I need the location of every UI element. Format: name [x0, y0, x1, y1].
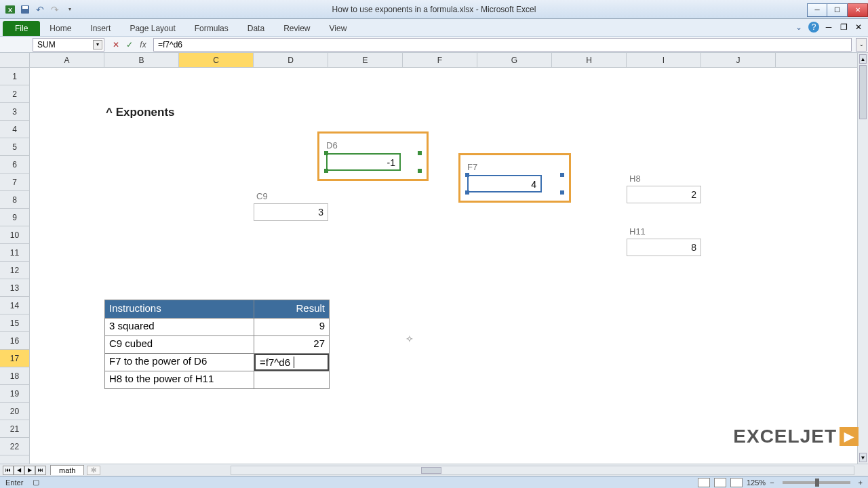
tab-data[interactable]: Data: [238, 21, 274, 36]
cell-instruction[interactable]: F7 to the power of D6: [105, 354, 254, 371]
quick-access-toolbar: X ↶ ↷ ▾: [0, 3, 76, 16]
cell-c9[interactable]: 3: [254, 203, 328, 221]
horizontal-scrollbar[interactable]: [231, 466, 854, 475]
help-icon[interactable]: ?: [808, 22, 819, 33]
cell-result[interactable]: 27: [254, 336, 329, 353]
view-layout-icon[interactable]: [714, 478, 726, 487]
zoom-in-icon[interactable]: +: [859, 479, 863, 487]
zoom-out-icon[interactable]: −: [770, 479, 774, 487]
close-button[interactable]: ✕: [848, 3, 868, 17]
col-header-h[interactable]: H: [552, 53, 627, 67]
cell-label-f7: F7: [467, 162, 562, 172]
view-normal-icon[interactable]: [698, 478, 710, 487]
row-header[interactable]: 6: [0, 156, 29, 174]
cancel-formula-icon[interactable]: ✕: [110, 39, 122, 51]
tab-nav-prev-icon[interactable]: ◀: [14, 466, 24, 475]
redo-icon[interactable]: ↷: [49, 3, 61, 16]
ribbon-min-icon[interactable]: ⌄: [793, 22, 804, 33]
row-header[interactable]: 18: [0, 367, 29, 385]
cell-result-editing[interactable]: =f7^d6: [254, 354, 329, 371]
row-header[interactable]: 12: [0, 262, 29, 279]
view-pagebreak-icon[interactable]: [730, 478, 743, 487]
col-header-i[interactable]: I: [627, 53, 701, 67]
fx-icon[interactable]: fx: [137, 39, 149, 51]
row-header[interactable]: 15: [0, 314, 29, 332]
cell-d6[interactable]: -1: [326, 153, 401, 171]
cell-result[interactable]: [254, 371, 329, 388]
minimize-button[interactable]: ─: [807, 3, 827, 17]
hscroll-thumb[interactable]: [421, 467, 441, 474]
maximize-button[interactable]: ☐: [827, 3, 848, 17]
macro-record-icon[interactable]: ▢: [33, 478, 39, 487]
formula-input[interactable]: =f7^d6: [153, 38, 852, 52]
row-header[interactable]: 2: [0, 85, 29, 103]
tab-nav-last-icon[interactable]: ⏭: [35, 466, 46, 475]
row-header[interactable]: 21: [0, 420, 29, 438]
worksheet-grid: A B C D E F G H I J 1 2 3 4 5 6 7 8 9 10…: [0, 53, 868, 464]
tab-nav-next-icon[interactable]: ▶: [24, 466, 35, 475]
cell-h11[interactable]: 8: [627, 239, 701, 256]
enter-formula-icon[interactable]: ✓: [123, 39, 136, 51]
col-header-j[interactable]: J: [701, 53, 776, 67]
row-header[interactable]: 3: [0, 103, 29, 121]
cell-f7[interactable]: 4: [467, 175, 542, 192]
cell-instruction[interactable]: C9 cubed: [105, 336, 254, 353]
watermark-logo: EXCELJET ▶: [733, 426, 859, 447]
row-header[interactable]: 5: [0, 138, 29, 156]
row-header[interactable]: 19: [0, 385, 29, 403]
window-close-icon[interactable]: ✕: [853, 22, 864, 33]
row-header[interactable]: 7: [0, 174, 29, 191]
row-header[interactable]: 8: [0, 191, 29, 209]
row-header[interactable]: 1: [0, 68, 29, 85]
name-box-dropdown-icon[interactable]: ▾: [93, 40, 102, 49]
row-header[interactable]: 22: [0, 438, 29, 455]
col-header-g[interactable]: G: [477, 53, 552, 67]
formula-bar: SUM ▾ ✕ ✓ fx =f7^d6 ⌄: [0, 37, 868, 53]
select-all-button[interactable]: [0, 53, 30, 68]
col-header-d[interactable]: D: [254, 53, 328, 67]
tab-nav-first-icon[interactable]: ⏮: [3, 466, 14, 475]
col-header-f[interactable]: F: [403, 53, 477, 67]
undo-icon[interactable]: ↶: [34, 3, 46, 16]
row-header[interactable]: 20: [0, 403, 29, 420]
qat-customize-icon[interactable]: ▾: [64, 3, 76, 16]
cell-result[interactable]: 9: [254, 319, 329, 336]
window-min-icon[interactable]: ─: [823, 22, 834, 33]
tab-insert[interactable]: Insert: [81, 21, 120, 36]
new-sheet-icon[interactable]: ✻: [87, 466, 100, 475]
vertical-scrollbar[interactable]: ▲ ▼: [857, 53, 868, 464]
row-header[interactable]: 17: [0, 350, 29, 367]
row-header[interactable]: 11: [0, 244, 29, 262]
formula-expand-icon[interactable]: ⌄: [856, 38, 867, 52]
zoom-slider[interactable]: [783, 481, 850, 484]
save-icon[interactable]: [19, 3, 31, 16]
row-header[interactable]: 4: [0, 121, 29, 138]
row-header[interactable]: 10: [0, 226, 29, 244]
col-header-a[interactable]: A: [30, 53, 104, 67]
row-header[interactable]: 13: [0, 279, 29, 297]
cell-instruction[interactable]: 3 squared: [105, 319, 254, 336]
row-header[interactable]: 16: [0, 332, 29, 350]
row-header[interactable]: 14: [0, 297, 29, 314]
watermark-arrow-icon: ▶: [840, 427, 859, 446]
tab-page-layout[interactable]: Page Layout: [120, 21, 184, 36]
tab-view[interactable]: View: [320, 21, 357, 36]
tab-home[interactable]: Home: [40, 21, 81, 36]
col-header-c[interactable]: C: [179, 53, 254, 67]
scroll-thumb[interactable]: [859, 65, 867, 119]
cells-area[interactable]: ^ Exponents D6 -1 F7 4 C9: [30, 68, 857, 464]
col-header-e[interactable]: E: [328, 53, 403, 67]
tab-review[interactable]: Review: [274, 21, 319, 36]
scroll-down-icon[interactable]: ▼: [859, 453, 867, 462]
row-header[interactable]: 9: [0, 209, 29, 226]
window-title: How to use exponents in a formula.xlsx -…: [332, 5, 536, 14]
tab-file[interactable]: File: [3, 21, 40, 36]
name-box[interactable]: SUM ▾: [33, 38, 104, 52]
sheet-tab-math[interactable]: math: [50, 465, 84, 475]
col-header-b[interactable]: B: [104, 53, 179, 67]
scroll-up-icon[interactable]: ▲: [859, 54, 867, 64]
tab-formulas[interactable]: Formulas: [185, 21, 238, 36]
window-restore-icon[interactable]: ❐: [838, 22, 849, 33]
cell-h8[interactable]: 2: [627, 186, 701, 203]
cell-instruction[interactable]: H8 to the power of H11: [105, 371, 254, 388]
